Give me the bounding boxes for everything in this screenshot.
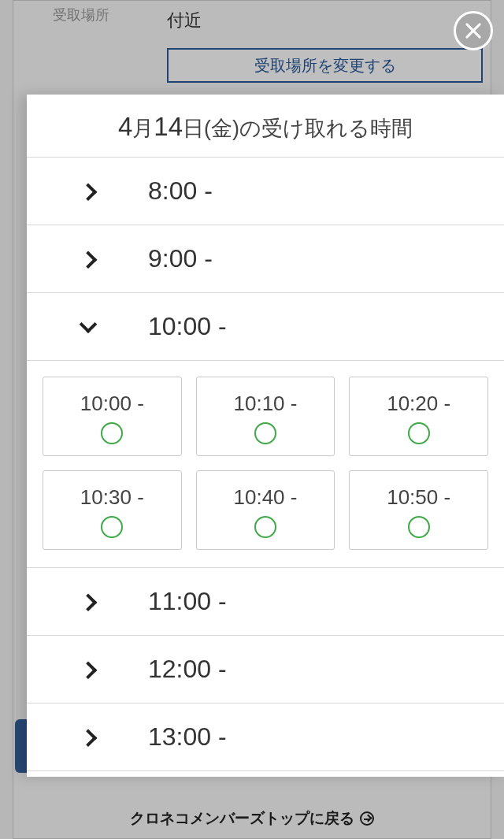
slot-time-label: 10:00 - [43, 392, 181, 416]
time-slot[interactable]: 10:20 - [349, 377, 488, 456]
slots-container: 10:00 -10:10 -10:20 -10:30 -10:40 -10:50… [27, 360, 504, 567]
slot-time-label: 10:30 - [43, 485, 181, 510]
title-day: 14 [154, 112, 183, 141]
hour-label: 9:00 - [148, 244, 213, 273]
slots-grid: 10:00 -10:10 -10:20 -10:30 -10:40 -10:50… [27, 361, 504, 567]
available-icon [254, 516, 276, 538]
chevron-down-icon [82, 321, 93, 332]
hour-row[interactable]: 8:00 - [27, 157, 504, 225]
time-slot[interactable]: 10:10 - [196, 377, 335, 456]
slot-time-label: 10:20 - [350, 392, 487, 416]
chevron-right-icon [82, 185, 93, 196]
hour-row[interactable]: 12:00 - [27, 635, 504, 703]
chevron-right-icon [82, 596, 93, 607]
modal-title: 4月14日(金)の受け取れる時間 [27, 95, 504, 157]
hour-label: 13:00 - [148, 722, 227, 751]
chevron-right-icon [82, 253, 93, 264]
hour-row[interactable]: 13:00 - [27, 703, 504, 771]
close-button[interactable] [454, 11, 493, 50]
hour-label: 10:00 - [148, 312, 227, 340]
title-month: 4 [118, 112, 132, 141]
slot-time-label: 10:50 - [350, 485, 487, 510]
slot-time-label: 10:10 - [197, 392, 335, 416]
available-icon [408, 422, 430, 444]
available-icon [254, 422, 276, 444]
hour-label: 12:00 - [148, 655, 227, 683]
time-slot[interactable]: 10:50 - [349, 470, 488, 550]
time-slot[interactable]: 10:00 - [43, 377, 182, 456]
slot-time-label: 10:40 - [197, 485, 335, 510]
hour-row[interactable]: 10:00 - [27, 292, 504, 360]
time-slot[interactable]: 10:30 - [43, 470, 182, 550]
time-slot[interactable]: 10:40 - [196, 470, 335, 550]
chevron-right-icon [82, 731, 93, 742]
hour-label: 8:00 - [148, 176, 213, 205]
hour-label: 11:00 - [148, 587, 227, 615]
available-icon [408, 516, 430, 538]
hour-row[interactable]: 9:00 - [27, 225, 504, 292]
hours-list: 8:00 -9:00 -10:00 -10:00 -10:10 -10:20 -… [27, 157, 504, 771]
available-icon [101, 422, 123, 444]
time-picker-modal: 4月14日(金)の受け取れる時間 8:00 -9:00 -10:00 -10:0… [27, 95, 504, 777]
available-icon [101, 516, 123, 538]
hour-row[interactable]: 11:00 - [27, 567, 504, 635]
chevron-right-icon [82, 663, 93, 674]
